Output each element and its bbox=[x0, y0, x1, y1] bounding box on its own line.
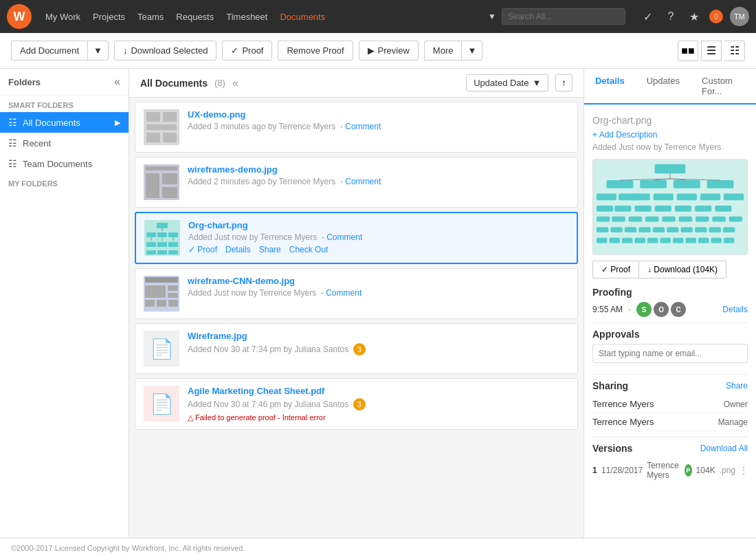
my-folders-label: MY FOLDERS bbox=[0, 174, 129, 190]
more-arrow[interactable]: ▼ bbox=[461, 41, 482, 61]
doc-item-org-chart[interactable]: Org-chart.png Added Just now by Terrence… bbox=[135, 212, 578, 264]
doc-comment-link-ux[interactable]: Comment bbox=[345, 122, 381, 131]
search-input[interactable] bbox=[502, 8, 625, 25]
sort-dropdown[interactable]: Updated Date ▼ bbox=[466, 74, 548, 91]
notification-icon[interactable]: 0 bbox=[709, 10, 723, 23]
add-document-split: Add Document ▼ bbox=[11, 41, 109, 61]
details-tabs: Details Updates Custom For... bbox=[584, 69, 756, 105]
nav-link-requests[interactable]: Requests bbox=[176, 12, 214, 22]
svg-rect-73 bbox=[667, 227, 679, 232]
doc-item-ux-demo[interactable]: UX-demo.png Added 3 minutes ago by Terre… bbox=[135, 102, 578, 153]
svg-rect-79 bbox=[609, 238, 620, 243]
sidebar-collapse-button[interactable]: « bbox=[114, 76, 120, 88]
version-badge-0: P bbox=[685, 464, 692, 477]
doc-comment-link-wire[interactable]: Comment bbox=[345, 177, 381, 186]
checkmark-icon[interactable]: ✓ bbox=[639, 8, 656, 25]
sharing-user-name-0: Terrence Myers bbox=[592, 399, 654, 409]
download-all-link[interactable]: Download All bbox=[700, 444, 748, 453]
sidebar: Folders « SMART FOLDERS ☷ All Documents … bbox=[0, 69, 129, 538]
sidebar-title: Folders bbox=[8, 77, 41, 87]
version-user-0: Terrence Myers bbox=[647, 461, 680, 480]
version-date-0: 11/28/2017 bbox=[601, 466, 643, 475]
proof-button[interactable]: ✓ Proof bbox=[222, 41, 272, 61]
sharing-link[interactable]: Share bbox=[726, 381, 748, 391]
doc-item-wireframe-cnn[interactable]: wireframe-CNN-demo.jpg Added Just now by… bbox=[135, 268, 578, 319]
action-details[interactable]: Details bbox=[225, 245, 251, 254]
top-nav: W My Work Projects Teams Requests Timesh… bbox=[0, 0, 756, 33]
recent-icon: ☷ bbox=[8, 138, 17, 149]
sort-direction-button[interactable]: ↑ bbox=[555, 74, 572, 91]
grid-view-button[interactable]: ■■ bbox=[678, 41, 698, 61]
avatar[interactable]: TM bbox=[730, 7, 749, 26]
doc-info-wireframes: wireframes-demo.jpg Added 2 minutes ago … bbox=[188, 164, 569, 189]
app-logo[interactable]: W bbox=[7, 4, 32, 29]
more-button[interactable]: More bbox=[424, 41, 462, 61]
file-icon-wireframe: 📄 bbox=[150, 338, 174, 360]
nav-link-projects[interactable]: Projects bbox=[93, 12, 125, 22]
proof-action-button[interactable]: ✓ Proof bbox=[592, 261, 638, 278]
main-content: Folders « SMART FOLDERS ☷ All Documents … bbox=[0, 69, 756, 538]
doc-name-wireframe: Wireframe.jpg bbox=[188, 331, 569, 341]
doc-item-wireframe[interactable]: 📄 Wireframe.jpg Added Nov 30 at 7:34 pm … bbox=[135, 323, 578, 374]
svg-rect-47 bbox=[630, 194, 650, 201]
detail-view-button[interactable]: ☷ bbox=[724, 41, 745, 61]
nav-link-teams[interactable]: Teams bbox=[137, 12, 164, 22]
doc-thumb-wireframe: 📄 bbox=[144, 331, 179, 367]
sidebar-item-all-documents[interactable]: ☷ All Documents ▶ bbox=[0, 112, 129, 133]
proof-details-link[interactable]: Details bbox=[722, 305, 748, 314]
sharing-row: Sharing Share bbox=[592, 380, 748, 391]
svg-rect-56 bbox=[675, 206, 691, 212]
svg-rect-64 bbox=[679, 217, 692, 222]
tab-details[interactable]: Details bbox=[584, 69, 636, 105]
proof-avatar-s[interactable]: S bbox=[636, 302, 652, 317]
action-proof[interactable]: ✓ Proof bbox=[188, 245, 217, 254]
doc-info-ux-demo: UX-demo.png Added 3 minutes ago by Terre… bbox=[188, 109, 569, 134]
add-document-arrow[interactable]: ▼ bbox=[87, 41, 109, 61]
action-share[interactable]: Share bbox=[259, 245, 281, 254]
nav-link-mywork[interactable]: My Work bbox=[45, 12, 80, 22]
doc-actions-org-chart: ✓ Proof Details Share Check Out bbox=[188, 245, 568, 254]
proof-avatar-c[interactable]: C bbox=[671, 302, 686, 317]
preview-button[interactable]: ▶ Preview bbox=[359, 41, 419, 61]
nav-link-documents[interactable]: Documents bbox=[280, 12, 325, 22]
star-icon[interactable]: ★ bbox=[686, 8, 702, 25]
eye-icon: ▶ bbox=[368, 45, 375, 56]
file-icon-pdf: 📄 bbox=[150, 393, 174, 415]
svg-rect-86 bbox=[698, 238, 709, 243]
approvals-input[interactable] bbox=[592, 344, 748, 363]
nav-link-timesheet[interactable]: Timesheet bbox=[226, 12, 267, 22]
svg-rect-85 bbox=[685, 238, 696, 243]
svg-rect-38 bbox=[640, 180, 667, 188]
doc-comment-link-org[interactable]: Comment bbox=[326, 232, 362, 242]
sidebar-item-recent[interactable]: ☷ Recent bbox=[0, 133, 129, 153]
list-collapse-button[interactable]: « bbox=[232, 77, 238, 89]
version-more-icon[interactable]: ⋮ bbox=[740, 466, 748, 475]
proof-avatar-o[interactable]: O bbox=[654, 302, 669, 317]
svg-rect-49 bbox=[677, 194, 697, 201]
svg-rect-77 bbox=[723, 227, 735, 232]
doc-comment-link-cnn[interactable]: Comment bbox=[326, 288, 362, 298]
tab-updates[interactable]: Updates bbox=[636, 69, 691, 105]
tab-custom-form[interactable]: Custom For... bbox=[691, 69, 756, 105]
list-view-button[interactable]: ☰ bbox=[701, 41, 722, 61]
svg-rect-39 bbox=[674, 180, 700, 188]
action-checkout[interactable]: Check Out bbox=[289, 245, 329, 254]
doc-item-wireframes-demo[interactable]: wireframes-demo.jpg Added 2 minutes ago … bbox=[135, 157, 578, 208]
svg-rect-8 bbox=[146, 173, 159, 198]
error-text-pdf: Failed to generate proof - Internal erro… bbox=[195, 413, 326, 422]
doc-item-agile-pdf[interactable]: 📄 Agile Marketing Cheat Sheet.pdf Added … bbox=[135, 378, 578, 430]
doc-meta-text-ux: Added 3 minutes ago by Terrence Myers bbox=[188, 122, 335, 131]
remove-proof-button[interactable]: Remove Proof bbox=[278, 41, 353, 61]
svg-rect-87 bbox=[711, 238, 722, 243]
download-selected-button[interactable]: ↓ Download Selected bbox=[114, 41, 217, 61]
add-description-link[interactable]: + Add Description bbox=[592, 130, 748, 140]
doc-meta-ux-demo: Added 3 minutes ago by Terrence Myers - … bbox=[188, 122, 569, 131]
help-icon[interactable]: ? bbox=[663, 8, 679, 25]
footer: ©2000-2017 Licensed Copyright by Workfro… bbox=[0, 538, 756, 557]
add-document-button[interactable]: Add Document bbox=[11, 41, 87, 61]
sidebar-item-team-documents[interactable]: ☷ Team Documents bbox=[0, 153, 129, 174]
svg-rect-83 bbox=[660, 238, 671, 243]
file-preview bbox=[592, 159, 748, 255]
nav-search-area: ▼ bbox=[488, 8, 625, 25]
download-action-button[interactable]: ↓ Download (104K) bbox=[638, 261, 726, 278]
